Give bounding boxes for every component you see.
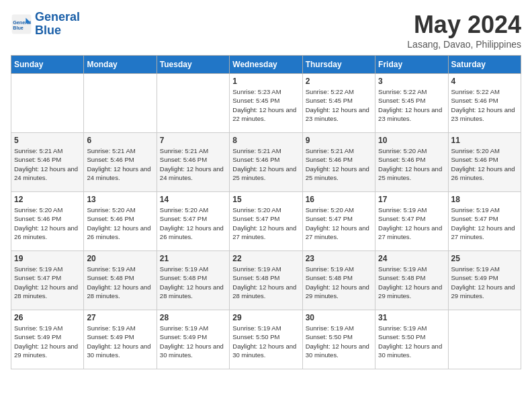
day-info: Sunrise: 5:21 AM Sunset: 5:46 PM Dayligh… bbox=[14, 146, 81, 182]
day-info: Sunrise: 5:20 AM Sunset: 5:47 PM Dayligh… bbox=[160, 205, 226, 241]
day-number: 4 bbox=[451, 77, 518, 86]
day-number: 29 bbox=[232, 313, 299, 322]
page-header: General Blue General Blue May 2024 Lasan… bbox=[11, 11, 521, 50]
logo-text: General Blue bbox=[35, 11, 80, 38]
calendar-cell: 27Sunrise: 5:19 AM Sunset: 5:49 PM Dayli… bbox=[84, 310, 157, 369]
day-info: Sunrise: 5:19 AM Sunset: 5:47 PM Dayligh… bbox=[14, 265, 81, 300]
logo-icon: General Blue bbox=[11, 13, 32, 35]
day-info: Sunrise: 5:21 AM Sunset: 5:46 PM Dayligh… bbox=[232, 146, 299, 182]
day-header-monday: Monday bbox=[84, 56, 157, 74]
day-number: 1 bbox=[232, 77, 299, 86]
day-info: Sunrise: 5:19 AM Sunset: 5:48 PM Dayligh… bbox=[306, 265, 372, 300]
calendar-cell: 22Sunrise: 5:19 AM Sunset: 5:48 PM Dayli… bbox=[230, 251, 302, 310]
calendar-cell: 11Sunrise: 5:20 AM Sunset: 5:46 PM Dayli… bbox=[448, 133, 521, 192]
day-info: Sunrise: 5:21 AM Sunset: 5:46 PM Dayligh… bbox=[87, 146, 153, 182]
day-number: 17 bbox=[378, 195, 445, 204]
day-info: Sunrise: 5:19 AM Sunset: 5:49 PM Dayligh… bbox=[87, 324, 153, 359]
day-number: 2 bbox=[306, 77, 372, 86]
day-number: 31 bbox=[378, 313, 445, 322]
day-number: 16 bbox=[306, 195, 372, 204]
day-number: 14 bbox=[160, 195, 226, 204]
calendar-cell: 12Sunrise: 5:20 AM Sunset: 5:46 PM Dayli… bbox=[11, 192, 84, 251]
day-header-tuesday: Tuesday bbox=[157, 56, 229, 74]
calendar-cell: 25Sunrise: 5:19 AM Sunset: 5:49 PM Dayli… bbox=[448, 251, 521, 310]
calendar-cell: 8Sunrise: 5:21 AM Sunset: 5:46 PM Daylig… bbox=[230, 133, 302, 192]
calendar-week-3: 12Sunrise: 5:20 AM Sunset: 5:46 PM Dayli… bbox=[11, 192, 521, 251]
day-header-saturday: Saturday bbox=[448, 56, 521, 74]
day-info: Sunrise: 5:19 AM Sunset: 5:49 PM Dayligh… bbox=[451, 265, 518, 300]
day-number: 25 bbox=[451, 254, 518, 263]
day-number: 11 bbox=[451, 136, 518, 145]
calendar-cell bbox=[157, 74, 229, 133]
calendar-week-2: 5Sunrise: 5:21 AM Sunset: 5:46 PM Daylig… bbox=[11, 133, 521, 192]
day-number: 30 bbox=[306, 313, 372, 322]
calendar-cell: 10Sunrise: 5:20 AM Sunset: 5:46 PM Dayli… bbox=[375, 133, 448, 192]
day-header-wednesday: Wednesday bbox=[230, 56, 302, 74]
day-info: Sunrise: 5:20 AM Sunset: 5:46 PM Dayligh… bbox=[14, 205, 81, 241]
location: Lasang, Davao, Philippines bbox=[407, 39, 521, 50]
calendar-cell: 13Sunrise: 5:20 AM Sunset: 5:46 PM Dayli… bbox=[84, 192, 157, 251]
day-info: Sunrise: 5:19 AM Sunset: 5:48 PM Dayligh… bbox=[87, 265, 153, 300]
day-info: Sunrise: 5:23 AM Sunset: 5:45 PM Dayligh… bbox=[232, 87, 299, 123]
month-title: May 2024 bbox=[407, 11, 521, 39]
logo: General Blue General Blue bbox=[11, 11, 80, 38]
calendar-cell: 31Sunrise: 5:19 AM Sunset: 5:50 PM Dayli… bbox=[375, 310, 448, 369]
calendar-week-5: 26Sunrise: 5:19 AM Sunset: 5:49 PM Dayli… bbox=[11, 310, 521, 369]
day-number: 20 bbox=[87, 254, 153, 263]
calendar-cell: 3Sunrise: 5:22 AM Sunset: 5:45 PM Daylig… bbox=[375, 74, 448, 133]
calendar-cell: 19Sunrise: 5:19 AM Sunset: 5:47 PM Dayli… bbox=[11, 251, 84, 310]
calendar-cell: 2Sunrise: 5:22 AM Sunset: 5:45 PM Daylig… bbox=[302, 74, 375, 133]
day-number: 5 bbox=[14, 136, 81, 145]
calendar-week-1: 1Sunrise: 5:23 AM Sunset: 5:45 PM Daylig… bbox=[11, 74, 521, 133]
day-info: Sunrise: 5:19 AM Sunset: 5:49 PM Dayligh… bbox=[160, 324, 226, 359]
calendar-cell: 23Sunrise: 5:19 AM Sunset: 5:48 PM Dayli… bbox=[302, 251, 375, 310]
calendar-cell: 14Sunrise: 5:20 AM Sunset: 5:47 PM Dayli… bbox=[157, 192, 229, 251]
day-info: Sunrise: 5:19 AM Sunset: 5:50 PM Dayligh… bbox=[378, 324, 445, 359]
day-info: Sunrise: 5:22 AM Sunset: 5:45 PM Dayligh… bbox=[306, 87, 372, 123]
calendar-week-4: 19Sunrise: 5:19 AM Sunset: 5:47 PM Dayli… bbox=[11, 251, 521, 310]
calendar-cell: 28Sunrise: 5:19 AM Sunset: 5:49 PM Dayli… bbox=[157, 310, 229, 369]
day-number: 26 bbox=[14, 313, 81, 322]
calendar-body: 1Sunrise: 5:23 AM Sunset: 5:45 PM Daylig… bbox=[11, 74, 521, 369]
calendar-cell: 17Sunrise: 5:19 AM Sunset: 5:47 PM Dayli… bbox=[375, 192, 448, 251]
calendar-cell: 5Sunrise: 5:21 AM Sunset: 5:46 PM Daylig… bbox=[11, 133, 84, 192]
day-info: Sunrise: 5:20 AM Sunset: 5:46 PM Dayligh… bbox=[451, 146, 518, 182]
calendar-cell bbox=[448, 310, 521, 369]
day-info: Sunrise: 5:19 AM Sunset: 5:48 PM Dayligh… bbox=[378, 265, 445, 300]
day-number: 23 bbox=[306, 254, 372, 263]
day-info: Sunrise: 5:19 AM Sunset: 5:49 PM Dayligh… bbox=[14, 324, 81, 359]
day-number: 10 bbox=[378, 136, 445, 145]
day-header-friday: Friday bbox=[375, 56, 448, 74]
day-info: Sunrise: 5:22 AM Sunset: 5:46 PM Dayligh… bbox=[451, 87, 518, 123]
day-number: 13 bbox=[87, 195, 153, 204]
calendar-cell: 6Sunrise: 5:21 AM Sunset: 5:46 PM Daylig… bbox=[84, 133, 157, 192]
calendar-cell: 15Sunrise: 5:20 AM Sunset: 5:47 PM Dayli… bbox=[230, 192, 302, 251]
day-info: Sunrise: 5:20 AM Sunset: 5:47 PM Dayligh… bbox=[232, 205, 299, 241]
day-header-thursday: Thursday bbox=[302, 56, 375, 74]
calendar-cell bbox=[84, 74, 157, 133]
day-number: 7 bbox=[160, 136, 226, 145]
calendar-cell: 4Sunrise: 5:22 AM Sunset: 5:46 PM Daylig… bbox=[448, 74, 521, 133]
title-block: May 2024 Lasang, Davao, Philippines bbox=[407, 11, 521, 50]
calendar-cell: 1Sunrise: 5:23 AM Sunset: 5:45 PM Daylig… bbox=[230, 74, 302, 133]
day-number: 24 bbox=[378, 254, 445, 263]
day-number: 19 bbox=[14, 254, 81, 263]
day-info: Sunrise: 5:21 AM Sunset: 5:46 PM Dayligh… bbox=[160, 146, 226, 182]
svg-text:Blue: Blue bbox=[13, 25, 24, 31]
day-number: 6 bbox=[87, 136, 153, 145]
calendar-cell: 18Sunrise: 5:19 AM Sunset: 5:47 PM Dayli… bbox=[448, 192, 521, 251]
day-number: 3 bbox=[378, 77, 445, 86]
day-number: 15 bbox=[232, 195, 299, 204]
calendar-cell: 30Sunrise: 5:19 AM Sunset: 5:50 PM Dayli… bbox=[302, 310, 375, 369]
day-info: Sunrise: 5:20 AM Sunset: 5:47 PM Dayligh… bbox=[306, 205, 372, 241]
day-number: 12 bbox=[14, 195, 81, 204]
day-number: 18 bbox=[451, 195, 518, 204]
day-info: Sunrise: 5:22 AM Sunset: 5:45 PM Dayligh… bbox=[378, 87, 445, 123]
day-number: 9 bbox=[306, 136, 372, 145]
day-number: 27 bbox=[87, 313, 153, 322]
calendar-header-row: SundayMondayTuesdayWednesdayThursdayFrid… bbox=[11, 56, 521, 74]
day-number: 22 bbox=[232, 254, 299, 263]
day-info: Sunrise: 5:19 AM Sunset: 5:48 PM Dayligh… bbox=[160, 265, 226, 300]
calendar-cell: 24Sunrise: 5:19 AM Sunset: 5:48 PM Dayli… bbox=[375, 251, 448, 310]
calendar-cell: 21Sunrise: 5:19 AM Sunset: 5:48 PM Dayli… bbox=[157, 251, 229, 310]
